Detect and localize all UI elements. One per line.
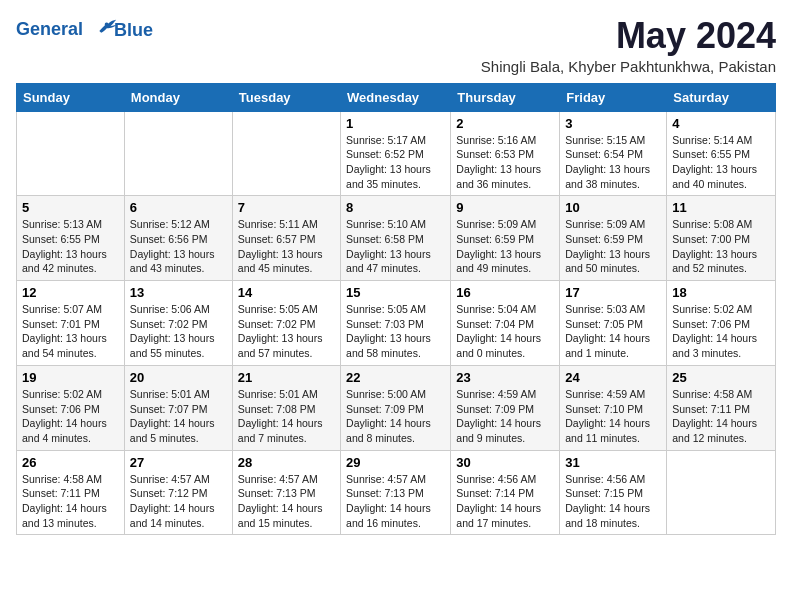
calendar-cell [124, 111, 232, 196]
day-info: Sunrise: 5:09 AMSunset: 6:59 PMDaylight:… [565, 217, 661, 276]
calendar-cell: 27Sunrise: 4:57 AMSunset: 7:12 PMDayligh… [124, 450, 232, 535]
calendar-cell: 5Sunrise: 5:13 AMSunset: 6:55 PMDaylight… [17, 196, 125, 281]
calendar-cell: 2Sunrise: 5:16 AMSunset: 6:53 PMDaylight… [451, 111, 560, 196]
calendar-header-friday: Friday [560, 83, 667, 111]
calendar-header-wednesday: Wednesday [341, 83, 451, 111]
day-number: 10 [565, 200, 661, 215]
day-info: Sunrise: 5:17 AMSunset: 6:52 PMDaylight:… [346, 133, 445, 192]
calendar-week-row: 1Sunrise: 5:17 AMSunset: 6:52 PMDaylight… [17, 111, 776, 196]
day-number: 20 [130, 370, 227, 385]
calendar-table: SundayMondayTuesdayWednesdayThursdayFrid… [16, 83, 776, 536]
day-info: Sunrise: 5:14 AMSunset: 6:55 PMDaylight:… [672, 133, 770, 192]
day-info: Sunrise: 4:56 AMSunset: 7:14 PMDaylight:… [456, 472, 554, 531]
day-number: 28 [238, 455, 335, 470]
day-number: 8 [346, 200, 445, 215]
logo-line2: Blue [114, 20, 153, 41]
day-info: Sunrise: 5:16 AMSunset: 6:53 PMDaylight:… [456, 133, 554, 192]
day-info: Sunrise: 5:13 AMSunset: 6:55 PMDaylight:… [22, 217, 119, 276]
calendar-header-saturday: Saturday [667, 83, 776, 111]
calendar-cell: 28Sunrise: 4:57 AMSunset: 7:13 PMDayligh… [232, 450, 340, 535]
calendar-cell: 20Sunrise: 5:01 AMSunset: 7:07 PMDayligh… [124, 365, 232, 450]
day-info: Sunrise: 5:01 AMSunset: 7:08 PMDaylight:… [238, 387, 335, 446]
calendar-cell: 23Sunrise: 4:59 AMSunset: 7:09 PMDayligh… [451, 365, 560, 450]
day-info: Sunrise: 5:08 AMSunset: 7:00 PMDaylight:… [672, 217, 770, 276]
calendar-cell: 26Sunrise: 4:58 AMSunset: 7:11 PMDayligh… [17, 450, 125, 535]
calendar-cell: 12Sunrise: 5:07 AMSunset: 7:01 PMDayligh… [17, 281, 125, 366]
day-number: 4 [672, 116, 770, 131]
calendar-cell: 4Sunrise: 5:14 AMSunset: 6:55 PMDaylight… [667, 111, 776, 196]
calendar-cell: 13Sunrise: 5:06 AMSunset: 7:02 PMDayligh… [124, 281, 232, 366]
day-number: 16 [456, 285, 554, 300]
day-info: Sunrise: 5:10 AMSunset: 6:58 PMDaylight:… [346, 217, 445, 276]
calendar-cell: 10Sunrise: 5:09 AMSunset: 6:59 PMDayligh… [560, 196, 667, 281]
day-info: Sunrise: 5:09 AMSunset: 6:59 PMDaylight:… [456, 217, 554, 276]
day-info: Sunrise: 5:04 AMSunset: 7:04 PMDaylight:… [456, 302, 554, 361]
calendar-cell [667, 450, 776, 535]
calendar-cell: 14Sunrise: 5:05 AMSunset: 7:02 PMDayligh… [232, 281, 340, 366]
calendar-cell [232, 111, 340, 196]
calendar-week-row: 12Sunrise: 5:07 AMSunset: 7:01 PMDayligh… [17, 281, 776, 366]
calendar-cell: 29Sunrise: 4:57 AMSunset: 7:13 PMDayligh… [341, 450, 451, 535]
day-number: 2 [456, 116, 554, 131]
day-number: 22 [346, 370, 445, 385]
day-info: Sunrise: 4:56 AMSunset: 7:15 PMDaylight:… [565, 472, 661, 531]
day-number: 7 [238, 200, 335, 215]
header: General Blue May 2024 Shingli Bala, Khyb… [16, 16, 776, 75]
subtitle: Shingli Bala, Khyber Pakhtunkhwa, Pakist… [481, 58, 776, 75]
day-info: Sunrise: 5:07 AMSunset: 7:01 PMDaylight:… [22, 302, 119, 361]
day-number: 18 [672, 285, 770, 300]
calendar-cell: 21Sunrise: 5:01 AMSunset: 7:08 PMDayligh… [232, 365, 340, 450]
calendar-cell: 9Sunrise: 5:09 AMSunset: 6:59 PMDaylight… [451, 196, 560, 281]
day-info: Sunrise: 5:12 AMSunset: 6:56 PMDaylight:… [130, 217, 227, 276]
day-number: 27 [130, 455, 227, 470]
calendar-cell: 7Sunrise: 5:11 AMSunset: 6:57 PMDaylight… [232, 196, 340, 281]
day-info: Sunrise: 4:58 AMSunset: 7:11 PMDaylight:… [22, 472, 119, 531]
calendar-header-sunday: Sunday [17, 83, 125, 111]
day-number: 14 [238, 285, 335, 300]
calendar-cell: 3Sunrise: 5:15 AMSunset: 6:54 PMDaylight… [560, 111, 667, 196]
calendar-header-tuesday: Tuesday [232, 83, 340, 111]
calendar-cell: 17Sunrise: 5:03 AMSunset: 7:05 PMDayligh… [560, 281, 667, 366]
day-info: Sunrise: 5:01 AMSunset: 7:07 PMDaylight:… [130, 387, 227, 446]
day-number: 17 [565, 285, 661, 300]
day-info: Sunrise: 4:59 AMSunset: 7:09 PMDaylight:… [456, 387, 554, 446]
calendar-cell: 22Sunrise: 5:00 AMSunset: 7:09 PMDayligh… [341, 365, 451, 450]
day-info: Sunrise: 5:05 AMSunset: 7:03 PMDaylight:… [346, 302, 445, 361]
day-info: Sunrise: 5:03 AMSunset: 7:05 PMDaylight:… [565, 302, 661, 361]
day-number: 15 [346, 285, 445, 300]
calendar-cell: 19Sunrise: 5:02 AMSunset: 7:06 PMDayligh… [17, 365, 125, 450]
day-number: 13 [130, 285, 227, 300]
calendar-week-row: 26Sunrise: 4:58 AMSunset: 7:11 PMDayligh… [17, 450, 776, 535]
calendar-header-row: SundayMondayTuesdayWednesdayThursdayFrid… [17, 83, 776, 111]
day-number: 30 [456, 455, 554, 470]
day-number: 6 [130, 200, 227, 215]
day-info: Sunrise: 5:00 AMSunset: 7:09 PMDaylight:… [346, 387, 445, 446]
day-number: 12 [22, 285, 119, 300]
calendar-week-row: 19Sunrise: 5:02 AMSunset: 7:06 PMDayligh… [17, 365, 776, 450]
day-number: 5 [22, 200, 119, 215]
day-info: Sunrise: 4:58 AMSunset: 7:11 PMDaylight:… [672, 387, 770, 446]
day-number: 1 [346, 116, 445, 131]
day-number: 11 [672, 200, 770, 215]
calendar-cell: 24Sunrise: 4:59 AMSunset: 7:10 PMDayligh… [560, 365, 667, 450]
calendar-cell: 18Sunrise: 5:02 AMSunset: 7:06 PMDayligh… [667, 281, 776, 366]
calendar-cell: 15Sunrise: 5:05 AMSunset: 7:03 PMDayligh… [341, 281, 451, 366]
day-info: Sunrise: 5:02 AMSunset: 7:06 PMDaylight:… [672, 302, 770, 361]
day-info: Sunrise: 5:15 AMSunset: 6:54 PMDaylight:… [565, 133, 661, 192]
day-number: 3 [565, 116, 661, 131]
calendar-cell: 30Sunrise: 4:56 AMSunset: 7:14 PMDayligh… [451, 450, 560, 535]
calendar-header-thursday: Thursday [451, 83, 560, 111]
day-info: Sunrise: 5:06 AMSunset: 7:02 PMDaylight:… [130, 302, 227, 361]
calendar-cell: 6Sunrise: 5:12 AMSunset: 6:56 PMDaylight… [124, 196, 232, 281]
day-number: 25 [672, 370, 770, 385]
day-info: Sunrise: 5:05 AMSunset: 7:02 PMDaylight:… [238, 302, 335, 361]
day-number: 23 [456, 370, 554, 385]
day-info: Sunrise: 5:02 AMSunset: 7:06 PMDaylight:… [22, 387, 119, 446]
calendar-cell: 1Sunrise: 5:17 AMSunset: 6:52 PMDaylight… [341, 111, 451, 196]
day-number: 19 [22, 370, 119, 385]
day-info: Sunrise: 4:57 AMSunset: 7:12 PMDaylight:… [130, 472, 227, 531]
day-info: Sunrise: 5:11 AMSunset: 6:57 PMDaylight:… [238, 217, 335, 276]
calendar-cell [17, 111, 125, 196]
logo-text: General [16, 16, 118, 44]
day-number: 31 [565, 455, 661, 470]
